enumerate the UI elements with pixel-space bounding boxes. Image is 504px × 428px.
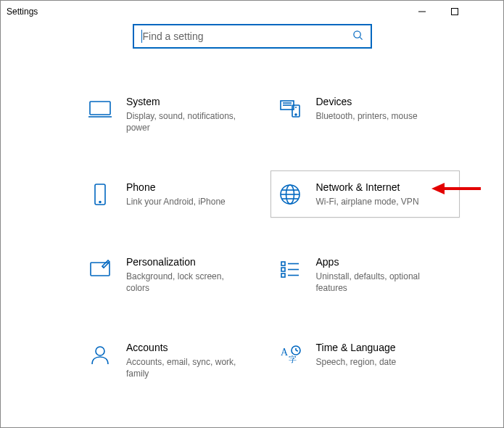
window-controls: [405, 1, 503, 22]
window-title: Settings: [7, 7, 38, 17]
tile-title: Phone: [126, 181, 263, 193]
search-input[interactable]: [141, 30, 352, 43]
svg-line-34: [296, 350, 298, 351]
search-box[interactable]: [133, 24, 372, 49]
time-icon: A字: [277, 342, 303, 368]
svg-point-29: [96, 347, 104, 355]
maximize-button[interactable]: [438, 1, 471, 22]
tile-network[interactable]: Network & Internet Wi-Fi, airplane mode,…: [270, 170, 460, 217]
tile-desc: Link your Android, iPhone: [126, 196, 249, 207]
tile-title: Apps: [316, 256, 453, 268]
tile-title: Accounts: [126, 342, 263, 353]
tile-gaming[interactable]: Gaming Xbox Game Bar, captures, Game: [80, 416, 270, 428]
apps-icon: [277, 256, 303, 282]
svg-point-15: [99, 202, 101, 203]
svg-rect-1: [451, 9, 458, 15]
system-icon: [87, 96, 113, 122]
tile-title: Personalization: [126, 256, 263, 268]
svg-rect-6: [90, 102, 110, 115]
accounts-icon: [87, 342, 113, 368]
tile-desc: Bluetooth, printers, mouse: [316, 110, 439, 122]
tile-desc: Speech, region, date: [316, 356, 439, 368]
tile-desc: Uninstall, defaults, optional features: [316, 271, 439, 294]
search-container: [1, 24, 503, 49]
svg-line-22: [102, 266, 104, 268]
personalization-icon: [87, 256, 113, 282]
tile-desc: Display, sound, notifications, power: [126, 110, 249, 133]
network-icon: [277, 181, 303, 207]
svg-rect-27: [281, 273, 285, 277]
search-icon: [352, 30, 363, 44]
tile-ease[interactable]: Ease of Access Narrator, magnifier, high: [270, 416, 460, 428]
search-caret: [141, 30, 142, 43]
svg-point-4: [353, 30, 360, 37]
tile-desc: Background, lock screen, colors: [126, 271, 249, 294]
phone-icon: [87, 181, 113, 207]
minimize-button[interactable]: [405, 1, 438, 22]
tile-desc: Accounts, email, sync, work, family: [126, 356, 249, 379]
tile-title: System: [126, 96, 263, 107]
tile-system[interactable]: System Display, sound, notifications, po…: [80, 85, 270, 143]
devices-icon: [277, 96, 303, 122]
tile-personalization[interactable]: Personalization Background, lock screen,…: [80, 245, 270, 303]
tile-title: Devices: [316, 96, 453, 107]
tile-devices[interactable]: Devices Bluetooth, printers, mouse: [270, 85, 460, 143]
tile-desc: Wi-Fi, airplane mode, VPN: [316, 196, 439, 207]
tile-title: Time & Language: [316, 342, 453, 353]
svg-text:字: 字: [289, 355, 297, 363]
svg-point-12: [295, 114, 297, 115]
svg-rect-23: [281, 262, 285, 266]
tile-accounts[interactable]: Accounts Accounts, email, sync, work, fa…: [80, 331, 270, 389]
svg-rect-25: [281, 268, 285, 271]
settings-grid: System Display, sound, notifications, po…: [1, 85, 503, 428]
titlebar: Settings: [1, 1, 503, 22]
tile-time[interactable]: A字 Time & Language Speech, region, date: [270, 331, 460, 389]
svg-line-5: [360, 37, 362, 39]
tile-apps[interactable]: Apps Uninstall, defaults, optional featu…: [270, 245, 460, 303]
tile-phone[interactable]: Phone Link your Android, iPhone: [80, 170, 270, 217]
svg-text:A: A: [281, 347, 289, 358]
tile-title: Network & Internet: [316, 181, 453, 193]
